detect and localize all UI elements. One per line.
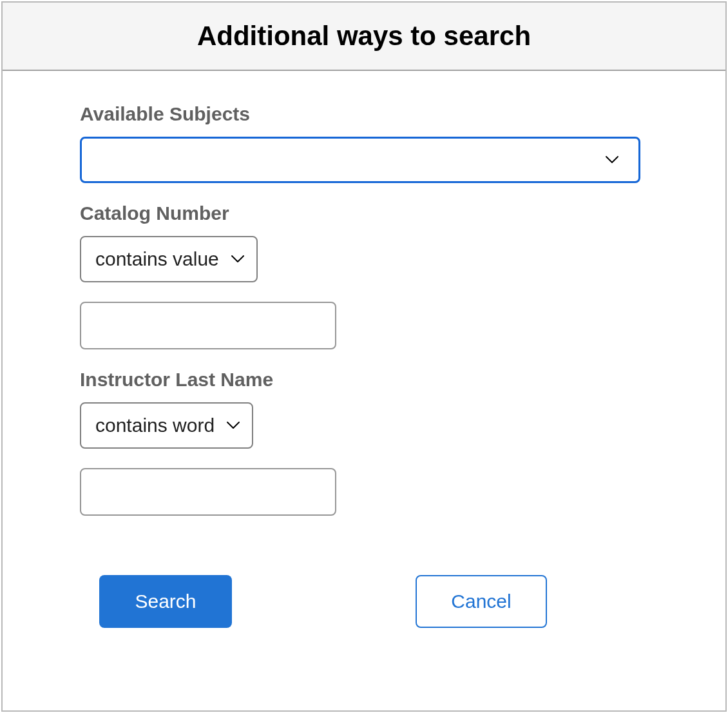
dialog-container: Additional ways to search Available Subj… <box>1 1 727 712</box>
chevron-down-icon <box>605 155 619 164</box>
form-content: Available Subjects Catalog Number contai… <box>3 71 725 660</box>
chevron-down-icon <box>231 255 245 264</box>
instructor-label: Instructor Last Name <box>80 369 648 391</box>
dialog-title: Additional ways to search <box>3 21 725 52</box>
catalog-field-group: Catalog Number contains value <box>80 202 648 349</box>
subjects-select[interactable] <box>80 137 640 183</box>
catalog-label: Catalog Number <box>80 202 648 224</box>
chevron-down-icon <box>226 421 240 430</box>
dialog-header: Additional ways to search <box>3 3 725 71</box>
instructor-operator-value: contains word <box>95 415 215 436</box>
subjects-label: Available Subjects <box>80 103 648 125</box>
subjects-field-group: Available Subjects <box>80 103 648 183</box>
instructor-operator-select[interactable]: contains word <box>80 402 253 449</box>
instructor-lastname-input[interactable] <box>80 468 336 516</box>
button-row: Search Cancel <box>80 575 648 628</box>
catalog-operator-value: contains value <box>95 248 219 270</box>
catalog-number-input[interactable] <box>80 302 336 349</box>
instructor-field-group: Instructor Last Name contains word <box>80 369 648 516</box>
search-button[interactable]: Search <box>99 575 232 628</box>
catalog-operator-select[interactable]: contains value <box>80 236 258 282</box>
cancel-button[interactable]: Cancel <box>416 575 547 628</box>
